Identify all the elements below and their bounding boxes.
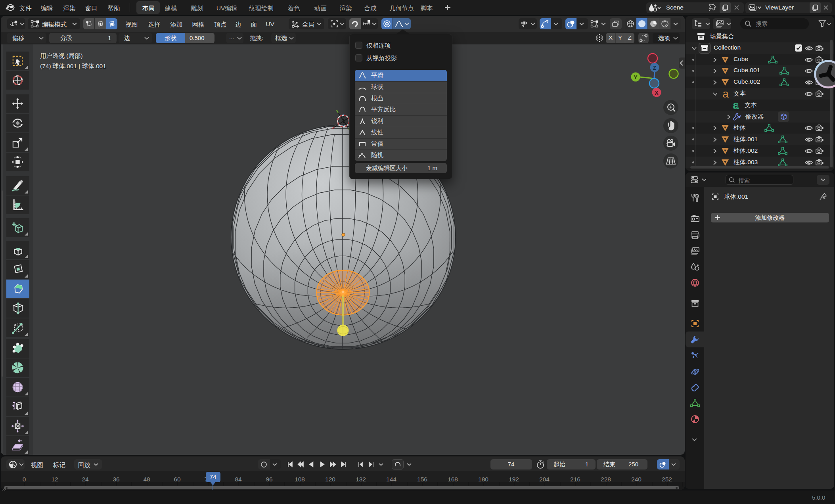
svg-text:Y: Y [634, 74, 638, 80]
svg-text:a: a [722, 88, 729, 100]
svg-text:Z: Z [653, 65, 657, 71]
svg-text:X: X [655, 90, 659, 96]
svg-text:a: a [733, 99, 739, 111]
